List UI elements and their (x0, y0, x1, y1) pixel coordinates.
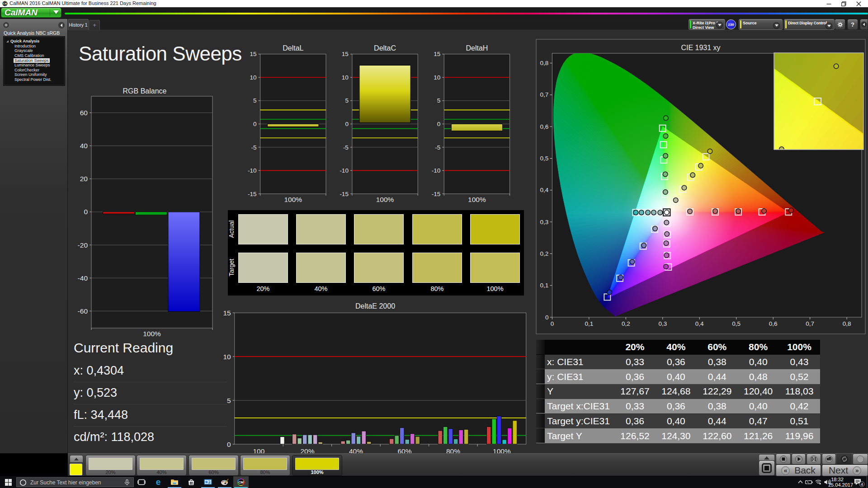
tree-root[interactable]: Quick Analysis (4, 39, 65, 44)
tree-item-colorchecker[interactable]: ColorChecker (4, 68, 65, 73)
taskbar-app-presentation[interactable] (200, 476, 216, 488)
tree-item-label: Grayscale (14, 48, 33, 53)
sample-tile-20%[interactable]: 20% (85, 455, 136, 476)
help-button[interactable]: ? (847, 19, 858, 30)
start-button[interactable] (5, 479, 12, 486)
taskbar-app-file-explorer[interactable] (167, 476, 182, 488)
tree-item-spectral-power-dist-[interactable]: Spectral Power Dist. (4, 77, 65, 82)
collapse-toolbar-button[interactable] (860, 19, 868, 30)
stop-button[interactable] (776, 454, 791, 465)
chevron-up-icon[interactable] (798, 480, 803, 484)
chevron-down-icon[interactable] (826, 23, 832, 29)
measured-point (646, 210, 651, 215)
next-button[interactable]: Next» (822, 465, 868, 476)
back-button[interactable]: «Back (776, 465, 821, 476)
table-cell: 120,40 (738, 384, 779, 399)
action-center-icon[interactable]: 4 (854, 479, 866, 487)
sample-tile-60%[interactable]: 60% (189, 455, 239, 476)
settings-button[interactable] (835, 19, 845, 30)
range-button[interactable] (807, 454, 821, 465)
measured-point (607, 290, 612, 295)
measured-point (713, 209, 718, 214)
battery-icon[interactable] (805, 480, 813, 484)
record-icon[interactable] (3, 22, 9, 28)
microphone-icon[interactable] (124, 479, 130, 486)
source-dropdown[interactable]: Source (739, 19, 783, 30)
measured-point (708, 149, 712, 154)
continuous-button[interactable] (822, 454, 836, 465)
tree-item-luminance-sweeps[interactable]: Luminance Sweeps (4, 63, 65, 68)
chevron-down-icon[interactable] (773, 22, 780, 29)
tree-item-label: Introduction (14, 44, 36, 48)
svg-text:0,7: 0,7 (806, 320, 814, 327)
taskbar-app-task-view[interactable] (134, 476, 149, 488)
meter-dropdown[interactable]: X-Rite i1Pro 2 Direct View (689, 19, 725, 30)
svg-text:-10: -10 (432, 167, 441, 174)
chevron-down-icon[interactable] (716, 22, 723, 28)
svg-text:-5: -5 (343, 144, 349, 151)
tree-item-label: Saturation Sweeps (14, 58, 50, 63)
close-button[interactable] (852, 0, 865, 7)
measured-point (651, 210, 656, 215)
tile-label: 80% (241, 469, 290, 475)
show-desktop-button[interactable] (867, 476, 867, 488)
stop-icon (779, 455, 788, 463)
bar (302, 435, 307, 444)
calman-logo-menu[interactable]: CalMAN (1, 8, 61, 18)
read-continuous-button[interactable] (759, 460, 775, 476)
minimize-button[interactable] (822, 0, 835, 7)
wifi-icon[interactable] (815, 479, 821, 484)
sample-tile-40%[interactable]: 40% (137, 455, 187, 476)
expander-icon[interactable] (6, 40, 9, 42)
refresh-icon (840, 455, 849, 463)
refresh-button[interactable] (837, 454, 852, 465)
logo-dropdown-icon[interactable] (53, 10, 59, 14)
sidebar: Quick Analysis NBC sRGB Quick AnalysisIn… (0, 19, 68, 453)
swatch-actual-80% (412, 214, 462, 244)
tile-label: 100% (292, 469, 342, 475)
taskbar-app-edge[interactable]: e (151, 476, 166, 488)
clock-date[interactable]: 25.04.2017 (828, 482, 853, 488)
taskbar-search-input[interactable]: Zur Suche Text hier eingeben (16, 477, 134, 487)
tree-item-screen-uniformity[interactable]: Screen Uniformity (4, 72, 65, 77)
meter-badge[interactable]: 230 (726, 19, 736, 29)
current-color-tile[interactable] (70, 455, 83, 476)
taskbar-app-calman[interactable]: CM (233, 476, 249, 488)
display-control-dropdown[interactable]: Direct Display Control (784, 19, 835, 30)
table-row: Y127,67124,68122,29120,40118,03 (536, 384, 820, 399)
taskbar-app-paint[interactable] (217, 476, 232, 488)
footer-strip: 20%40%60%80%100% «BackNext» (68, 453, 868, 476)
table-cell: 0,51 (779, 414, 820, 429)
table-col-header: 100% (779, 340, 820, 355)
display-control-status-stripe (785, 20, 787, 28)
maximize-button[interactable] (837, 0, 850, 7)
bar (135, 212, 167, 215)
tree-item-grayscale[interactable]: Grayscale (4, 48, 65, 53)
bar (410, 434, 415, 444)
tile-label: 20% (86, 469, 135, 475)
collapse-sidebar-button[interactable] (58, 22, 65, 29)
rainbow-strip (65, 13, 868, 14)
expand-up-button[interactable] (70, 455, 83, 463)
table-row: Target Y126,52124,30122,60121,26119,96 (536, 428, 820, 443)
current-color-swatch (70, 464, 82, 475)
tab-history-1[interactable]: History 1 (68, 19, 89, 30)
svg-text:-40: -40 (78, 274, 88, 282)
sample-tile-100%[interactable]: 100% (292, 455, 342, 476)
blank-button[interactable] (853, 454, 868, 465)
svg-text:-15: -15 (248, 191, 257, 197)
tab-add-button[interactable]: + (89, 20, 100, 30)
play-button[interactable] (792, 454, 806, 465)
sample-tile-80%[interactable]: 80% (240, 455, 290, 476)
bar (453, 439, 458, 444)
tree-item-cms-calibration[interactable]: CMS Calibration (4, 53, 65, 58)
table-cell: 124,68 (656, 384, 697, 399)
svg-text:100%: 100% (143, 330, 161, 338)
tree-item-saturation-sweeps[interactable]: Saturation Sweeps (4, 58, 65, 63)
measured-point (663, 154, 668, 159)
taskbar-app-store[interactable] (184, 476, 199, 488)
tree-item-introduction[interactable]: Introduction (4, 44, 65, 49)
clock-time[interactable]: 18:32 (828, 477, 846, 482)
svg-text:-10: -10 (340, 167, 349, 174)
expand-transport-button[interactable] (759, 454, 775, 460)
